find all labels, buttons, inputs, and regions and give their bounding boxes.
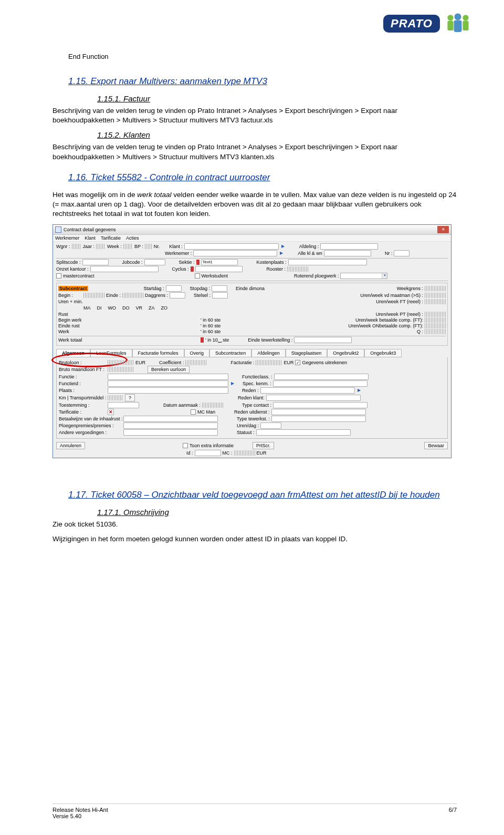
werktotaal-marker <box>201 337 204 343</box>
field-betaalwijze[interactable] <box>123 416 218 422</box>
field-rooster[interactable] <box>287 266 308 272</box>
checkbox-toon-extra[interactable] <box>183 443 188 448</box>
field-functieclass[interactable] <box>274 374 369 380</box>
label-mc: MC : <box>223 450 233 456</box>
field-stelsel[interactable] <box>212 292 228 298</box>
button-bewaar[interactable]: Bewaar <box>424 442 448 449</box>
tab-ongebruikt2[interactable]: Ongebruikt2 <box>327 349 364 357</box>
tab-body-algemeen: Brutoloon : EUR Coefficient : Facturatie… <box>56 357 448 439</box>
label-urenmin: Uren + min. <box>58 299 82 304</box>
label-toestemming: Toestemming : <box>59 403 106 408</box>
menu-werknemer[interactable]: Werknemer <box>55 235 79 241</box>
label-uwbc: Uren/week betaalde comp. (FT): <box>355 317 423 323</box>
field-uwbc[interactable] <box>425 317 446 323</box>
arrow-icon[interactable]: ▶ <box>279 251 284 256</box>
close-button[interactable]: ✕ <box>437 226 449 233</box>
tab-subcontracten[interactable]: Subcontracten <box>209 349 251 357</box>
field-facturatie[interactable] <box>256 360 282 365</box>
field-bruto-maand[interactable] <box>108 367 134 372</box>
field-wgnr[interactable] <box>72 244 81 249</box>
field-stopdag[interactable] <box>212 285 227 292</box>
button-question[interactable]: ? <box>125 394 135 401</box>
field-ploegen[interactable] <box>123 422 218 429</box>
checkbox-gegevens[interactable]: ✓ <box>295 360 300 365</box>
field-jobcode[interactable] <box>144 259 165 265</box>
button-prtscr[interactable]: PrtScr. <box>253 442 274 449</box>
tab-ongebruikt3[interactable]: Ongebruikt3 <box>364 349 402 357</box>
field-afdeling[interactable] <box>320 243 378 250</box>
field-unbc[interactable] <box>425 323 446 328</box>
field-coefficient[interactable] <box>185 360 206 365</box>
field-daggrens[interactable] <box>170 292 185 298</box>
arrow-icon[interactable]: ▶ <box>230 381 235 386</box>
field-startdag[interactable] <box>166 285 182 292</box>
menu-tarificatie[interactable]: Tarificatie <box>101 235 121 241</box>
tab-algemeen[interactable]: Algemeen <box>56 349 90 357</box>
field-urendag[interactable] <box>260 422 281 429</box>
field-kostenplaats[interactable] <box>288 259 367 265</box>
combo-roterend[interactable]: ▼ <box>340 273 387 279</box>
menu-klant[interactable]: Klant <box>85 235 96 241</box>
tab-loonformules[interactable]: LoonFormules <box>90 349 132 357</box>
field-einde[interactable] <box>122 293 143 298</box>
field-speckenm[interactable] <box>273 380 368 387</box>
field-eindetw[interactable] <box>294 337 352 343</box>
field-typecontact[interactable] <box>273 402 368 408</box>
tab-afdelingen[interactable]: Afdelingen <box>251 349 286 357</box>
field-datum[interactable] <box>202 403 223 408</box>
field-tarificatie-x[interactable]: ✕ <box>108 409 114 415</box>
button-bereken-uurloon[interactable]: Bereken uurloon <box>148 366 190 373</box>
field-toestemming[interactable] <box>108 402 139 408</box>
field-week[interactable] <box>123 244 133 249</box>
checkbox-mcman[interactable] <box>191 409 196 415</box>
label-werktotaal: Werk totaal <box>58 337 87 343</box>
label-eur2: EUR <box>284 360 293 365</box>
field-uwvdm[interactable] <box>425 293 446 298</box>
field-nr2[interactable] <box>394 250 410 256</box>
heading-1-15: 1.15. Export naar Multivers: aanmaken ty… <box>68 76 457 87</box>
field-brutoloon[interactable] <box>108 360 134 365</box>
tab-overig[interactable]: Overig <box>184 349 210 357</box>
field-statuut[interactable] <box>256 429 351 436</box>
label-typetewerkst: Type tewerkst. : <box>237 416 270 421</box>
field-typetewerkst[interactable] <box>271 416 366 422</box>
arrow-icon[interactable]: ▶ <box>280 244 286 249</box>
field-weekgrens[interactable] <box>425 286 446 291</box>
field-klant[interactable] <box>184 243 279 250</box>
body-1-17-a: Zie ook ticket 51036. <box>52 520 457 529</box>
field-cyclus[interactable] <box>195 266 243 272</box>
field-uwftr[interactable] <box>425 299 446 304</box>
checkbox-werkstudent[interactable] <box>195 273 200 279</box>
field-jaar[interactable] <box>96 244 106 249</box>
field-onzet[interactable] <box>90 266 159 272</box>
label-splitscode: Splitscode : <box>56 260 81 265</box>
field-werknemer[interactable] <box>193 250 277 256</box>
field-redenklant[interactable] <box>266 395 361 401</box>
field-functie[interactable] <box>108 374 228 380</box>
field-plaats[interactable] <box>108 387 228 394</box>
field-splitscode[interactable] <box>82 259 109 265</box>
field-km[interactable] <box>108 395 123 400</box>
label-rooster: Rooster : <box>267 266 286 272</box>
label-weekgrens: Weekgrens : <box>397 286 423 291</box>
field-andere[interactable] <box>123 429 218 436</box>
menu-acties[interactable]: Acties <box>126 235 139 241</box>
field-mc[interactable] <box>234 450 255 456</box>
field-alle[interactable] <box>324 250 371 256</box>
field-sektie[interactable]: Text1 <box>201 259 238 265</box>
field-bp[interactable] <box>145 244 152 249</box>
cyclus-marker <box>191 266 194 272</box>
field-begin[interactable] <box>83 293 104 298</box>
arrow-icon[interactable]: ▶ <box>356 388 362 393</box>
tab-facturatie-formules[interactable]: Facturatie formules <box>132 349 184 357</box>
tab-stageplaatsen[interactable]: Stageplaatsen <box>286 349 328 357</box>
field-id[interactable] <box>195 450 221 456</box>
label-rust: Rust <box>58 312 82 317</box>
field-functieid[interactable] <box>108 380 228 387</box>
field-uwptr[interactable] <box>425 312 446 317</box>
button-annuleren[interactable]: Annuleren <box>56 442 85 449</box>
field-reden[interactable] <box>260 387 355 394</box>
field-q[interactable] <box>425 329 446 334</box>
field-redenuitdienst[interactable] <box>271 409 366 415</box>
checkbox-master[interactable] <box>56 273 61 279</box>
